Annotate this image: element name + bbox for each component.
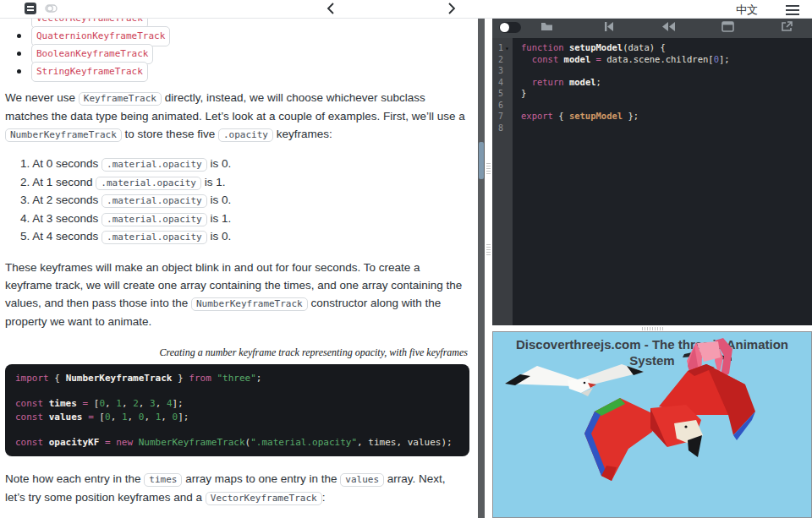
book-icon[interactable] xyxy=(25,3,36,14)
splitter-grip[interactable] xyxy=(642,327,664,330)
code-line: const values = [0, 1, 0, 1, 0]; xyxy=(15,411,459,423)
list-item: At 3 seconds .material.opacity is 1. xyxy=(20,210,471,229)
line-number: 3 xyxy=(492,65,513,77)
splitter-grip[interactable] xyxy=(486,244,491,257)
editor-line xyxy=(513,123,812,134)
paragraph: We never use KeyframeTrack directly, ins… xyxy=(5,89,469,144)
line-number: 2 xyxy=(492,54,513,66)
folder-icon[interactable] xyxy=(540,21,553,32)
birds-render xyxy=(493,332,812,518)
line-number: 7 xyxy=(492,111,513,123)
editor-line: return model; xyxy=(513,77,812,89)
list-item: At 1 second .material.opacity is 1. xyxy=(20,174,471,193)
inline-code: KeyframeTrack xyxy=(79,92,162,106)
code-block: import { NumberKeyframeTrack } from "thr… xyxy=(5,364,469,456)
editor-toolbar xyxy=(492,17,812,38)
inline-code: NumberKeyframeTrack xyxy=(191,297,308,311)
inline-code: .material.opacity xyxy=(96,177,201,190)
code-figure: Creating a number keyframe track represe… xyxy=(5,344,469,456)
inline-code: .material.opacity xyxy=(102,231,207,244)
inline-code: .material.opacity xyxy=(102,213,207,226)
inline-code: VectorKeyframeTrack xyxy=(206,492,322,505)
splitter-grip[interactable] xyxy=(486,163,491,176)
bullet-icon xyxy=(17,34,21,38)
list-item: At 4 seconds .material.opacity is 0. xyxy=(20,228,471,247)
menu-icon[interactable] xyxy=(786,5,799,7)
editor-gutter: 1▾ 2 3 4 5 6 7 8 xyxy=(492,38,513,325)
inline-code: NumberKeyframeTrack xyxy=(5,128,122,142)
line-number: 5 xyxy=(492,88,513,100)
line-number: 6 xyxy=(492,100,513,112)
editor-line xyxy=(513,100,812,112)
inline-code: values xyxy=(340,473,384,487)
editor-line: const model = data.scene.children[0]; xyxy=(513,54,812,66)
line-number: 4 xyxy=(492,77,513,89)
open-external-icon[interactable] xyxy=(781,21,793,32)
editor-line xyxy=(513,65,812,77)
editor-line: export { setupModel }; xyxy=(513,111,812,123)
doc-scrollbar[interactable] xyxy=(478,18,485,518)
code-line xyxy=(15,423,459,436)
list-item: At 0 seconds .material.opacity is 0. xyxy=(20,155,471,174)
next-chevron-icon[interactable] xyxy=(447,2,456,15)
language-switch[interactable]: 中文 xyxy=(736,3,758,18)
list-item: BooleanKeyframeTrack xyxy=(17,45,471,63)
inline-code: times xyxy=(144,473,182,487)
editor-line: function setupModel(data) { xyxy=(513,42,812,54)
paragraph: These keyframes will make an object blin… xyxy=(5,259,469,330)
code-line: import { NumberKeyframeTrack } from "thr… xyxy=(15,372,459,384)
line-number: 8 xyxy=(492,123,513,134)
code-line xyxy=(15,384,459,397)
code-editor[interactable]: 1▾ 2 3 4 5 6 7 8 function setupModel(dat… xyxy=(492,38,812,325)
inline-code: .material.opacity xyxy=(102,158,207,172)
scrollbar-thumb[interactable] xyxy=(479,142,484,179)
line-number: 1 xyxy=(498,43,503,52)
app-window: 中文 VectorKeyframeTrack QuaternionKeyfram… xyxy=(0,0,812,518)
code-preview-panel: 1▾ 2 3 4 5 6 7 8 function setupModel(dat… xyxy=(492,17,812,518)
horizontal-splitter[interactable] xyxy=(492,325,812,331)
inline-code: .material.opacity xyxy=(102,194,207,208)
documentation-panel: VectorKeyframeTrack QuaternionKeyframeTr… xyxy=(0,19,471,518)
code-caption: Creating a number keyframe track represe… xyxy=(5,344,468,362)
toggle-icon[interactable] xyxy=(45,3,58,14)
keyframe-track-list: VectorKeyframeTrack QuaternionKeyframeTr… xyxy=(5,19,471,80)
top-navigation-bar: 中文 xyxy=(0,0,812,19)
vertical-splitter[interactable] xyxy=(485,18,492,518)
list-item: QuaternionKeyframeTrack xyxy=(17,27,471,45)
rewind-icon[interactable] xyxy=(661,21,676,32)
bullet-icon xyxy=(17,69,21,74)
inline-code: .opacity xyxy=(218,128,273,142)
track-link[interactable]: StringKeyframeTrack xyxy=(31,62,148,82)
seagull-model xyxy=(505,364,644,396)
track-link[interactable]: QuaternionKeyframeTrack xyxy=(31,26,170,46)
prev-chevron-icon[interactable] xyxy=(326,2,335,15)
code-line: const times = [0, 1, 2, 3, 4]; xyxy=(15,397,459,410)
window-icon[interactable] xyxy=(721,21,734,32)
run-toggle-icon[interactable] xyxy=(499,22,521,33)
editor-line: } xyxy=(513,88,812,100)
list-item: At 2 seconds .material.opacity is 0. xyxy=(20,192,471,210)
parrot-model xyxy=(584,364,755,481)
bullet-icon xyxy=(17,52,21,56)
code-line: const opacityKF = new NumberKeyframeTrac… xyxy=(15,436,459,449)
editor-code-area[interactable]: function setupModel(data) { const model … xyxy=(513,38,812,325)
skip-start-icon[interactable] xyxy=(603,21,615,32)
threejs-scene-canvas[interactable]: Discoverthreejs.com - The three.js Anima… xyxy=(492,331,812,518)
fold-caret-icon[interactable]: ▾ xyxy=(505,45,509,52)
track-link[interactable]: BooleanKeyframeTrack xyxy=(31,44,153,64)
list-item: StringKeyframeTrack xyxy=(17,63,471,80)
opacity-keyframes-list: At 0 seconds .material.opacity is 0. At … xyxy=(5,155,471,247)
paragraph: Note how each entry in the times array m… xyxy=(5,470,469,507)
